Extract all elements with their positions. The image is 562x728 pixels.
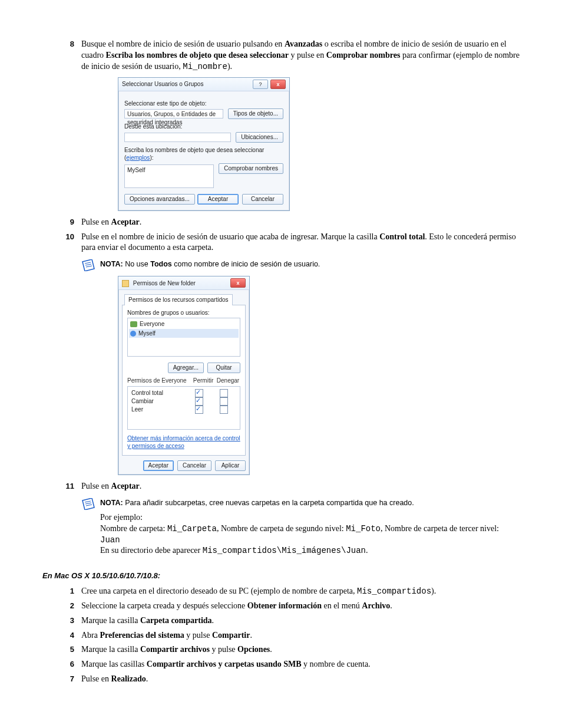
mac-step-6: 6 Marque las casillas Compartir archivos… [53,659,521,670]
note-icon [81,498,95,510]
list-item[interactable]: Myself [129,329,239,338]
cancel-button[interactable]: Cancelar [177,460,211,471]
ok-button[interactable]: Aceptar [143,460,174,471]
dialog-permissions-wrap: Permisos de New folder x Permisos de los… [118,276,521,475]
perm-row-change: Cambiar [131,397,236,406]
dialog-title: Seleccionar Usuarios o Grupos [122,80,203,88]
dialog-titlebar: Seleccionar Usuarios o Grupos ? x [118,78,289,91]
label-group-names: Nombres de grupos o usuarios: [127,309,240,317]
ok-button[interactable]: Aceptar [197,194,239,205]
note-example-block: Por ejemplo: Nombre de carpeta: Mi_Carpe… [100,512,521,557]
heading-mac-os: En Mac OS X 10.5/10.6/10.7/10.8: [42,571,521,581]
dialog-title: Permisos de New folder [133,280,196,286]
remove-button[interactable]: Quitar [207,363,240,373]
svg-marker-1 [82,498,94,510]
user-icon [130,331,136,337]
users-listbox[interactable]: Everyone Myself [127,318,240,357]
object-type-field[interactable]: Usuarios, Grupos, o Entidades de segurid… [124,109,223,118]
note-no-todos: NOTA: No use Todos como nombre de inicio… [81,259,521,271]
label-location: Desde esta ubicación: [124,123,283,131]
mac-step-2: 2 Seleccione la carpeta creada y después… [53,601,521,612]
locations-button[interactable]: Ubicaciones... [236,132,283,143]
check-names-button[interactable]: Comprobar nombres [219,163,283,174]
location-field[interactable] [124,133,231,142]
add-button[interactable]: Agregar... [168,363,204,373]
label-permissions-for: Permisos de Everyone [127,377,191,385]
apply-button[interactable]: Aplicar [215,460,246,471]
group-icon [130,321,137,327]
checkbox-deny-full[interactable] [220,389,228,397]
col-allow: Permitir [191,377,216,385]
step-body: Busque el nombre de inicio de sesión de … [81,39,521,73]
help-icon[interactable]: ? [253,80,268,89]
perm-row-read: Leer [131,406,236,414]
mac-step-7: 7 Pulse en Realizado. [53,674,521,685]
tab-share-permissions[interactable]: Permisos de los recursos compartidos [124,294,233,305]
mac-step-5: 5 Marque la casilla Compartir archivos y… [53,644,521,655]
step-10: 10 Pulse en el nombre de inicio de sesió… [53,232,521,254]
examples-link[interactable]: ejemplos [126,154,150,161]
dialog-permissions: Permisos de New folder x Permisos de los… [118,276,250,475]
object-names-input[interactable]: MySelf [124,164,214,188]
cancel-button[interactable]: Cancelar [242,194,283,205]
close-icon[interactable]: x [270,80,286,89]
list-item[interactable]: Everyone [129,319,239,329]
folder-icon [122,280,129,287]
mac-step-4: 4 Abra Preferencias del sistema y pulse … [53,630,521,641]
dialog-select-users-wrap: Seleccionar Usuarios o Grupos ? x Selecc… [118,77,521,211]
dialog-titlebar: Permisos de New folder x [118,276,249,290]
mac-step-3: 3 Marque la casilla Carpeta compartida. [53,615,521,627]
step-8: 8 Busque el nombre de inicio de sesión d… [53,39,521,73]
note-subfolders: NOTA: Para añadir subcarpetas, cree nuev… [81,498,521,510]
step-11: 11 Pulse en Aceptar. [53,481,521,492]
step-number: 9 [53,217,81,228]
checkbox-deny-change[interactable] [220,397,228,406]
step-9: 9 Pulse en Aceptar. [53,217,521,228]
checkbox-deny-read[interactable] [220,406,228,414]
learn-more-link[interactable]: Obtener más información acerca de contro… [127,434,240,450]
note-icon [81,259,95,271]
object-types-button[interactable]: Tipos de objeto... [228,108,283,119]
dialog-select-users: Seleccionar Usuarios o Grupos ? x Selecc… [118,77,290,211]
step-number: 10 [53,232,81,242]
label-enter-names: Escriba los nombres de objeto que desea … [124,146,283,162]
checkbox-allow-read[interactable] [195,406,203,414]
svg-marker-0 [82,259,94,271]
step-number: 8 [53,39,81,50]
mac-step-1: 1 Cree una carpeta en el directorio dese… [53,586,521,597]
col-deny: Denegar [216,377,240,385]
close-icon[interactable]: x [230,278,246,288]
permissions-list: Control total Cambiar Leer [127,386,240,430]
label-object-type: Seleccionar este tipo de objeto: [124,100,283,108]
perm-row-full: Control total [131,389,236,397]
step-number: 11 [53,481,81,492]
advanced-button[interactable]: Opciones avanzadas... [124,194,195,205]
